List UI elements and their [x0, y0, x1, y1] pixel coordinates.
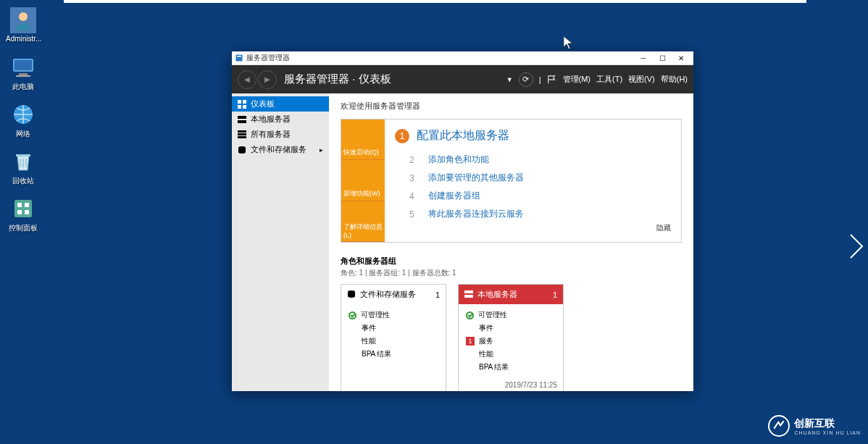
tile-row[interactable]: 事件 — [466, 322, 556, 335]
role-tile-0[interactable]: 文件和存储服务1可管理性事件性能BPA 结果 — [341, 284, 446, 391]
control-panel-icon[interactable]: 控制面板 — [6, 196, 41, 233]
administrator-icon[interactable]: Administr... — [6, 7, 41, 43]
step-number: 2 — [409, 155, 418, 165]
server-manager-icon — [235, 54, 243, 62]
servers-icon — [238, 130, 246, 139]
mouse-cursor — [564, 36, 574, 51]
svg-rect-15 — [238, 100, 241, 104]
refresh-button[interactable]: ⟳ — [519, 72, 533, 87]
main-content: 欢迎使用服务器管理器 快速启动(Q)新增功能(W)了解详细信息(L) 1 配置此… — [329, 93, 693, 391]
svg-rect-9 — [17, 203, 22, 207]
storage-icon — [347, 290, 356, 300]
tile-row[interactable]: 1服务 — [466, 335, 556, 348]
nav-back-button[interactable]: ◄ — [238, 70, 256, 89]
tile-row[interactable]: 可管理性 — [349, 309, 438, 322]
quickstart-step-5: 5将此服务器连接到云服务 — [395, 208, 671, 220]
step-link[interactable]: 添加要管理的其他服务器 — [428, 172, 524, 184]
window-title: 服务器管理器 — [246, 53, 634, 63]
svg-rect-3 — [14, 60, 32, 70]
quickstart-panel: 快速启动(Q)新增功能(W)了解详细信息(L) 1 配置此本地服务器 2添加角色… — [341, 119, 682, 243]
svg-rect-22 — [238, 133, 246, 135]
tile-header[interactable]: 文件和存储服务1 — [341, 285, 446, 304]
step-1-badge: 1 — [395, 129, 409, 143]
flag-icon[interactable] — [547, 75, 557, 85]
svg-rect-7 — [16, 154, 30, 156]
minimize-button[interactable]: ─ — [634, 51, 653, 64]
configure-local-server-link[interactable]: 配置此本地服务器 — [417, 128, 509, 143]
dropdown-indicator[interactable]: ▼ — [506, 76, 513, 83]
roles-section-title: 角色和服务器组 — [341, 256, 682, 267]
menu-help[interactable]: 帮助(H) — [661, 74, 688, 85]
sidebar-item-label: 所有服务器 — [251, 129, 291, 140]
brand-logo-icon — [768, 415, 790, 437]
step-link[interactable]: 添加角色和功能 — [428, 154, 489, 166]
sidebar: 仪表板本地服务器所有服务器文件和存储服务▸ — [232, 93, 329, 391]
svg-rect-17 — [238, 105, 241, 109]
svg-rect-11 — [17, 210, 22, 214]
quickstart-tile-0[interactable]: 快速启动(Q) — [341, 120, 385, 160]
status-error-icon: 1 — [466, 337, 475, 345]
status-ok-icon — [349, 311, 356, 319]
tile-row[interactable]: BPA 结果 — [466, 361, 556, 374]
sidebar-item-servers[interactable]: 所有服务器 — [232, 127, 329, 142]
sidebar-item-label: 本地服务器 — [251, 114, 291, 125]
svg-rect-13 — [236, 55, 243, 62]
separator: | — [539, 75, 541, 84]
svg-rect-4 — [19, 73, 28, 75]
breadcrumb: 服务器管理器 · 仪表板 — [284, 72, 506, 86]
quickstart-tile-1[interactable]: 新增功能(W) — [341, 160, 385, 201]
menu-tools[interactable]: 工具(T) — [596, 74, 622, 85]
quickstart-step-2: 2添加角色和功能 — [395, 154, 671, 166]
sidebar-item-server[interactable]: 本地服务器 — [232, 112, 329, 127]
svg-rect-10 — [25, 203, 29, 207]
role-tile-1[interactable]: 本地服务器1可管理性事件1服务性能BPA 结果2019/7/23 11:25 — [458, 284, 564, 391]
tile-row[interactable]: 性能 — [349, 335, 438, 348]
quickstart-tile-2[interactable]: 了解详细信息(L) — [341, 201, 385, 242]
svg-rect-26 — [464, 290, 473, 293]
server-manager-window: 服务器管理器 ─ ☐ ✕ ◄ ► 服务器管理器 · 仪表板 ▼ ⟳ | 管理(M… — [232, 51, 693, 391]
quickstart-step-4: 4创建服务器组 — [395, 190, 671, 202]
tile-row[interactable]: BPA 结果 — [349, 348, 438, 361]
svg-rect-27 — [464, 295, 473, 298]
recycle-bin-icon[interactable]: 回收站 — [6, 148, 41, 186]
network-icon[interactable]: 网络 — [6, 101, 41, 139]
svg-rect-14 — [237, 56, 241, 57]
maximize-button[interactable]: ☐ — [653, 51, 672, 64]
step-link[interactable]: 将此服务器连接到云服务 — [428, 208, 524, 220]
svg-rect-18 — [243, 105, 246, 109]
svg-rect-20 — [238, 120, 246, 123]
menu-manage[interactable]: 管理(M) — [563, 74, 591, 85]
brand-sub: CHUANG XIN HU LIAN — [794, 430, 861, 435]
tile-timestamp: 2019/7/23 11:25 — [459, 378, 563, 391]
sidebar-item-label: 文件和存储服务 — [251, 144, 306, 155]
top-white-bar — [64, 0, 806, 3]
tile-row[interactable]: 可管理性 — [466, 309, 556, 322]
sidebar-item-label: 仪表板 — [251, 99, 275, 109]
this-pc-icon[interactable]: 此电脑 — [6, 54, 41, 92]
sidebar-item-dashboard[interactable]: 仪表板 — [232, 96, 329, 112]
nav-forward-button[interactable]: ► — [258, 70, 277, 89]
svg-rect-19 — [238, 116, 246, 119]
svg-rect-12 — [25, 210, 29, 214]
step-number: 3 — [409, 173, 418, 183]
quickstart-step-3: 3添加要管理的其他服务器 — [395, 172, 671, 184]
sidebar-item-storage[interactable]: 文件和存储服务▸ — [232, 142, 329, 157]
close-button[interactable]: ✕ — [672, 51, 690, 64]
chevron-right-icon: ▸ — [320, 146, 323, 154]
hide-link[interactable]: 隐藏 — [656, 223, 671, 233]
svg-rect-16 — [243, 100, 246, 104]
step-number: 5 — [409, 209, 418, 219]
tile-header[interactable]: 本地服务器1 — [459, 285, 563, 304]
server-icon — [238, 115, 246, 124]
tile-row[interactable]: 性能 — [466, 348, 556, 361]
roles-section-sub: 角色: 1 | 服务器组: 1 | 服务器总数: 1 — [341, 268, 682, 278]
menu-view[interactable]: 视图(V) — [628, 74, 655, 85]
titlebar[interactable]: 服务器管理器 ─ ☐ ✕ — [232, 51, 693, 65]
svg-rect-5 — [16, 75, 30, 77]
tile-row[interactable]: 事件 — [349, 322, 438, 335]
next-slide-arrow[interactable] — [848, 232, 865, 261]
server-icon — [464, 290, 473, 300]
svg-rect-23 — [238, 136, 246, 138]
step-link[interactable]: 创建服务器组 — [428, 190, 480, 202]
welcome-text: 欢迎使用服务器管理器 — [341, 101, 682, 112]
